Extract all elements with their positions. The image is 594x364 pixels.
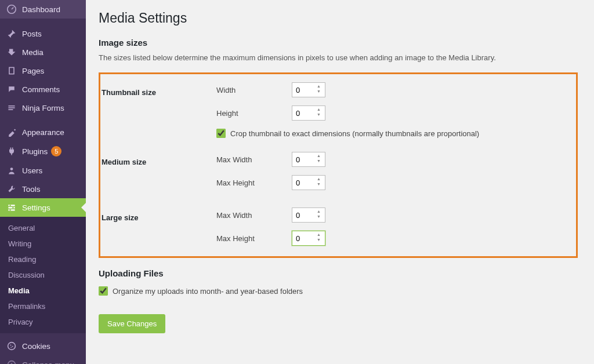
svg-point-15 <box>10 347 12 348</box>
sidebar-item-plugins[interactable]: Plugins 5 <box>0 141 86 161</box>
svg-point-12 <box>8 343 16 350</box>
medium-maxh-label: Max Height <box>216 179 292 187</box>
submenu-privacy[interactable]: Privacy <box>0 314 86 330</box>
sidebar-item-label: Comments <box>22 85 60 94</box>
form-icon <box>6 103 17 112</box>
svg-rect-2 <box>8 105 15 107</box>
svg-rect-1 <box>9 67 14 74</box>
sidebar-item-settings[interactable]: Settings <box>0 198 86 217</box>
image-sizes-desc: The sizes listed below determine the max… <box>99 53 578 62</box>
medium-maxh-input[interactable] <box>292 175 325 190</box>
organize-uploads-checkbox[interactable] <box>99 286 108 296</box>
large-maxh-input[interactable] <box>292 231 325 246</box>
comment-icon <box>6 85 17 94</box>
sidebar-item-label: Users <box>22 166 42 175</box>
sidebar-item-ninja-forms[interactable]: Ninja Forms <box>0 99 86 117</box>
tool-icon <box>6 184 17 194</box>
submenu-media[interactable]: Media <box>0 283 86 299</box>
dashboard-icon <box>6 5 17 14</box>
sidebar-item-label: Settings <box>22 203 50 212</box>
organize-uploads-label: Organize my uploads into month- and year… <box>113 287 303 296</box>
submenu-general[interactable]: General <box>0 220 86 236</box>
sidebar-item-label: Collapse menu <box>22 361 74 365</box>
sidebar-item-users[interactable]: Users <box>0 161 86 180</box>
large-maxw-label: Max Width <box>216 211 292 220</box>
submenu-reading[interactable]: Reading <box>0 252 86 267</box>
svg-point-13 <box>10 344 11 345</box>
settings-submenu: General Writing Reading Discussion Media… <box>0 217 86 333</box>
sidebar-item-cookies[interactable]: Cookies <box>0 337 86 355</box>
sidebar-item-pages[interactable]: Pages <box>0 61 86 80</box>
plugin-icon <box>6 147 17 156</box>
large-maxh-label: Max Height <box>216 234 292 243</box>
sidebar-item-collapse[interactable]: Collapse menu <box>0 355 86 364</box>
media-icon <box>6 48 17 57</box>
large-label: Large size <box>100 208 216 222</box>
section-image-sizes: Image sizes <box>99 38 578 48</box>
thumbnail-height-input[interactable] <box>292 105 325 121</box>
page-title: Media Settings <box>99 10 578 26</box>
thumbnail-label: Thumbnail size <box>100 82 216 97</box>
sidebar-item-media[interactable]: Media <box>0 43 86 61</box>
submenu-writing[interactable]: Writing <box>0 236 86 252</box>
admin-sidebar: Dashboard Posts Media Pages Comments <box>0 0 86 364</box>
sidebar-item-posts[interactable]: Posts <box>0 24 86 43</box>
save-button[interactable]: Save Changes <box>99 314 165 333</box>
sidebar-item-appearance[interactable]: Appearance <box>0 123 86 141</box>
submenu-permalinks[interactable]: Permalinks <box>0 299 86 314</box>
medium-maxw-input[interactable] <box>292 152 325 167</box>
sidebar-item-label: Posts <box>22 30 42 38</box>
appearance-icon <box>6 128 17 137</box>
sidebar-item-label: Appearance <box>22 128 64 137</box>
sidebar-item-comments[interactable]: Comments <box>0 80 86 99</box>
medium-maxw-label: Max Width <box>216 155 292 164</box>
uploading-title: Uploading Files <box>99 268 578 278</box>
svg-point-14 <box>12 346 13 347</box>
thumbnail-crop-checkbox[interactable] <box>216 129 226 138</box>
pin-icon <box>6 29 17 38</box>
image-sizes-highlight: Thumbnail size Width ▲▼ Height ▲▼ <box>99 72 578 258</box>
svg-rect-3 <box>8 107 15 108</box>
sidebar-item-label: Media <box>22 48 44 57</box>
settings-icon <box>6 203 17 212</box>
sidebar-item-label: Pages <box>22 67 44 75</box>
sidebar-item-label: Ninja Forms <box>22 104 64 112</box>
submenu-discussion[interactable]: Discussion <box>0 267 86 283</box>
svg-point-5 <box>10 168 13 170</box>
sidebar-item-tools[interactable]: Tools <box>0 180 86 198</box>
sidebar-item-label: Plugins <box>22 147 48 156</box>
collapse-icon <box>6 360 17 364</box>
cookie-icon <box>6 341 17 351</box>
user-icon <box>6 166 17 175</box>
svg-rect-8 <box>8 209 15 210</box>
svg-rect-7 <box>8 207 15 208</box>
plugins-badge: 5 <box>51 146 61 156</box>
thumbnail-height-label: Height <box>216 109 292 118</box>
sidebar-item-dashboard[interactable]: Dashboard <box>0 0 86 19</box>
sidebar-item-label: Cookies <box>22 342 50 351</box>
svg-point-10 <box>12 207 13 208</box>
svg-rect-4 <box>8 109 13 110</box>
svg-point-9 <box>9 205 10 206</box>
sidebar-item-label: Tools <box>22 185 41 194</box>
thumbnail-width-input[interactable] <box>292 82 325 97</box>
sidebar-item-label: Dashboard <box>22 5 60 14</box>
svg-rect-6 <box>8 205 15 206</box>
thumbnail-crop-label: Crop thumbnail to exact dimensions (norm… <box>230 129 479 138</box>
page-icon <box>6 66 17 75</box>
thumbnail-width-label: Width <box>216 86 292 94</box>
page-content: Media Settings Image sizes The sizes lis… <box>86 0 594 364</box>
large-maxw-input[interactable] <box>292 208 325 223</box>
svg-point-11 <box>9 209 10 210</box>
medium-label: Medium size <box>100 152 216 166</box>
